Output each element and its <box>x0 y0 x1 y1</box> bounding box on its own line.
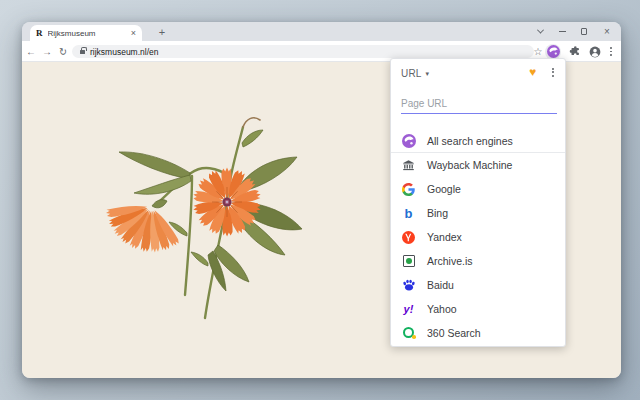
chrome-menu-kebab-icon[interactable] <box>607 41 615 62</box>
lock-icon <box>80 50 85 54</box>
all-search-engines-icon <box>401 133 416 148</box>
favorites-heart-icon[interactable]: ♥ <box>529 65 536 79</box>
web-archives-popup: URL ▾ ♥ All search engines Wayback Machi… <box>390 58 566 347</box>
search-engine-list: All search engines Wayback Machine Googl… <box>391 129 565 345</box>
yahoo-icon: y! <box>401 302 416 317</box>
botanical-flower-artwork <box>92 105 317 355</box>
search-type-selector[interactable]: URL ▾ <box>401 68 429 79</box>
window-menu-chevron-icon[interactable] <box>535 22 545 41</box>
extensions-puzzle-icon[interactable] <box>568 41 582 62</box>
page-url-input[interactable] <box>401 94 557 114</box>
new-tab-button[interactable]: + <box>156 26 168 38</box>
engine-item-bing[interactable]: b Bing <box>391 201 565 225</box>
bing-icon: b <box>401 206 416 221</box>
360-search-icon <box>401 326 416 341</box>
engine-item-360-search[interactable]: 360 Search <box>391 321 565 345</box>
wayback-machine-icon <box>401 158 416 173</box>
profile-avatar-icon[interactable] <box>588 41 602 62</box>
engine-item-yahoo[interactable]: y! Yahoo <box>391 297 565 321</box>
engine-item-all-search-engines[interactable]: All search engines <box>391 129 565 153</box>
popup-menu-kebab-icon[interactable] <box>552 68 554 77</box>
tab-close-icon[interactable]: × <box>131 29 136 38</box>
chevron-down-icon: ▾ <box>426 70 430 78</box>
engine-item-wayback-machine[interactable]: Wayback Machine <box>391 153 565 177</box>
engine-item-google[interactable]: Google <box>391 177 565 201</box>
tab-strip: R Rijksmuseum × + × <box>22 22 621 41</box>
engine-item-baidu[interactable]: Baidu <box>391 273 565 297</box>
archive-is-icon <box>401 254 416 269</box>
window-maximize-button[interactable] <box>579 22 589 41</box>
forward-button[interactable]: → <box>40 41 54 62</box>
yandex-icon <box>401 230 416 245</box>
popup-header: URL ▾ ♥ <box>391 59 565 89</box>
engine-item-archive-is[interactable]: Archive.is <box>391 249 565 273</box>
tab-title: Rijksmuseum <box>48 29 131 38</box>
back-button[interactable]: ← <box>24 41 38 62</box>
tab-favicon: R <box>36 28 43 38</box>
engine-item-yandex[interactable]: Yandex <box>391 225 565 249</box>
google-icon <box>401 182 416 197</box>
page-url-field-wrap <box>401 93 557 113</box>
reload-button[interactable]: ↻ <box>56 41 70 62</box>
browser-window: R Rijksmuseum × + × ← → ↻ rijksmuseum.nl… <box>22 22 621 378</box>
baidu-icon <box>401 278 416 293</box>
window-close-button[interactable]: × <box>602 22 612 41</box>
url-text: rijksmuseum.nl/en <box>90 47 159 57</box>
search-type-label: URL <box>401 68 422 79</box>
window-minimize-button[interactable] <box>557 22 567 41</box>
address-bar[interactable]: rijksmuseum.nl/en <box>72 45 534 58</box>
tab-rijksmuseum[interactable]: R Rijksmuseum × <box>30 25 142 41</box>
